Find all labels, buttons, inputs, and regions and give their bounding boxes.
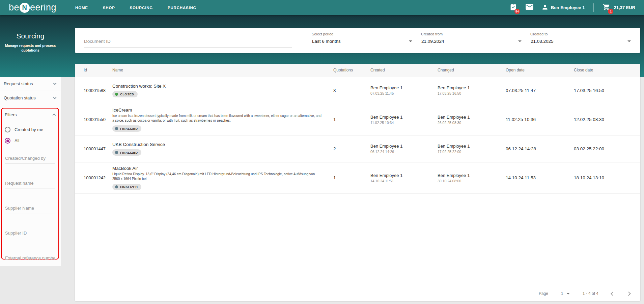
status-badge: FINALIZED [112,184,141,190]
row-name: IceCream [112,108,333,113]
nav-item-purchasing[interactable]: PURCHASING [168,6,196,10]
close-date: 17.03.25 16:50 [574,77,640,104]
quotation-status-label: Quotation status [4,95,36,100]
radio-created-by-me[interactable]: Created by me [5,127,55,132]
table-row[interactable]: 100001447 UKB Construction Service FINAL… [75,135,640,162]
row-description: Liquid Retina Display. 13,6" Display (34… [112,172,321,181]
row-id: 100001447 [75,135,112,162]
status-label: FINALIZED [120,127,138,130]
user-name: Ben Employee 1 [551,5,585,10]
chevron-down-icon [53,82,57,85]
supplier-name-input[interactable] [5,204,55,213]
filters-toggle[interactable]: Filters [5,109,55,121]
row-quotations: 3 [333,77,370,104]
select-period-value: Last 6 months [312,39,341,44]
request-name-input[interactable] [5,179,55,188]
user-menu[interactable]: Ben Employee 1 [542,4,585,11]
sidebar-header: Sourcing Manage requests and process quo… [0,15,61,77]
status-label: FINALIZED [120,151,138,154]
table-row[interactable]: 100001242 MacBook Air Liquid Retina Disp… [75,162,640,193]
supplier-id-input[interactable] [5,229,55,238]
changed-by: Ben Employee 1 [438,173,506,178]
tasks-count-badge: 54 [514,9,520,14]
chevron-down-icon [53,96,57,99]
open-date: 11.02.25 10:36 [506,104,574,135]
request-status-label: Request status [4,81,33,86]
page-select[interactable]: 1 [561,291,570,296]
logo-n-icon: N [20,3,30,13]
cart-button[interactable]: 1 21,37 EUR [603,3,635,12]
radio-icon [5,127,10,132]
open-date: 14.10.24 11:53 [506,162,574,193]
requests-table-card: Id Name Quotations Created Changed Open … [75,64,640,301]
row-quotations: 2 [333,135,370,162]
row-quotations: 1 [333,162,370,193]
created-to-datepicker[interactable]: Created to 21.03.2025 [530,28,632,53]
nav-item-home[interactable]: HOME [75,6,88,10]
select-period-dropdown[interactable]: Select period Last 6 months [312,28,413,53]
row-id: 100001588 [75,77,112,104]
status-dot-icon [115,185,118,188]
col-header-id: Id [75,64,112,77]
created-from-datepicker[interactable]: Created from 21.09.2024 [421,28,522,53]
close-date: 12.02.25 08:30 [574,104,640,135]
created-at: 11.02.25 10:34 [370,121,438,125]
created-changed-by-input[interactable] [5,154,55,163]
cart-icon-wrap: 1 [603,3,610,12]
search-filter-bar: Select period Last 6 months Created from… [75,28,640,53]
mail-icon [526,4,533,11]
sidebar-item-request-status[interactable]: Request status [0,77,61,91]
page-value: 1 [561,291,563,296]
created-at: 14.10.24 11:51 [370,179,438,183]
status-badge: FINALIZED [112,149,141,156]
close-date: 18.10.24 13:10 [574,162,640,193]
col-header-quotations: Quotations [333,64,370,77]
created-by: Ben Employee 1 [370,144,438,149]
dropdown-caret-icon [409,40,412,42]
external-reference-input[interactable] [5,254,55,263]
changed-by: Ben Employee 1 [438,144,506,149]
row-quotations: 1 [333,104,370,135]
created-to-value: 21.03.2025 [531,39,554,44]
requests-table: Id Name Quotations Created Changed Open … [75,64,640,194]
pagination-bar: Page 1 1 - 4 of 4 [75,286,640,301]
open-date: 06.12.24 14:28 [506,135,574,162]
logo-text-post: eering [30,2,56,13]
row-name: Construction works: Site X [112,84,333,89]
changed-at: 17.03.25 16:50 [438,91,506,95]
tasks-button[interactable]: 54 [510,3,517,12]
messages-button[interactable] [526,4,533,11]
changed-at: 26.02.25 08:30 [438,121,506,125]
next-page-button[interactable] [626,292,631,296]
created-at: 06.12.24 14:26 [370,150,438,154]
table-empty-space [75,194,640,286]
dropdown-caret-icon [627,40,631,42]
col-header-open-date: Open date [506,64,574,77]
nav-right-section: 54 Ben Employee 1 1 21,37 EUR [510,3,635,12]
table-row[interactable]: 100001550 IceCream Ice cream is a frozen… [75,104,640,135]
table-row[interactable]: 100001588 Construction works: Site X CLO… [75,77,640,104]
filters-panel-highlighted: Filters Created by me All [1,108,59,260]
app-logo[interactable]: beNeering [9,2,56,13]
status-badge: FINALIZED [112,125,141,132]
created-from-label: Created from [421,32,522,36]
select-period-label: Select period [312,32,413,36]
sidebar-item-quotation-status[interactable]: Quotation status [0,91,61,105]
created-by: Ben Employee 1 [370,115,438,120]
nav-divider [593,3,594,12]
changed-by: Ben Employee 1 [438,115,506,120]
created-to-label: Created to [530,32,632,36]
radio-all[interactable]: All [5,138,55,144]
nav-item-shop[interactable]: SHOP [103,6,115,10]
nav-item-sourcing[interactable]: SOURCING [130,6,153,10]
filters-label: Filters [5,112,17,117]
col-header-created: Created [370,64,438,77]
status-label: CLOSED [120,92,134,96]
col-header-changed: Changed [438,64,506,77]
row-id: 100001242 [75,162,112,193]
document-id-input[interactable] [84,37,292,48]
previous-page-button[interactable] [611,292,615,296]
page-subtitle: Manage requests and process quotations [0,43,61,53]
row-name: UKB Construction Service [112,142,333,147]
col-header-close-date: Close date [574,64,640,77]
